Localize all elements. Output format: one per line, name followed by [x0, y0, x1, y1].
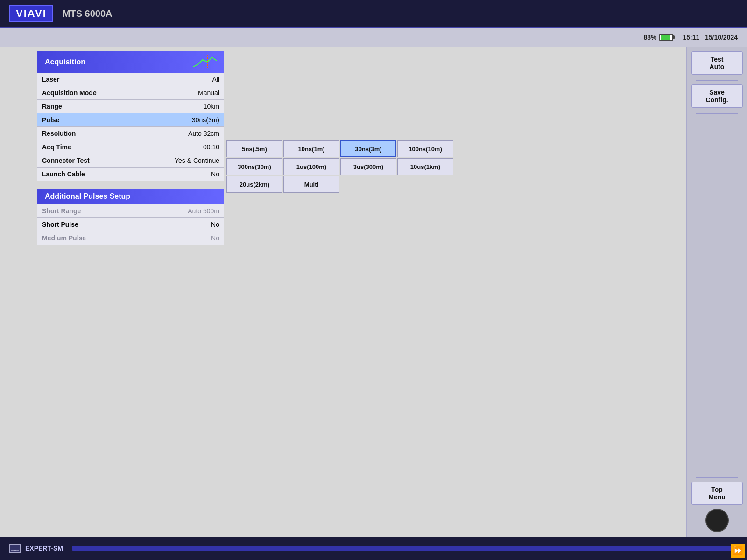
pulse-option-empty-2: [397, 176, 453, 193]
battery-icon: [659, 34, 673, 41]
resolution-row: Resolution Auto 32cm: [37, 127, 224, 140]
pulse-option-20us[interactable]: 20us(2km): [226, 176, 282, 193]
acquisition-mode-value: Manual: [138, 86, 224, 100]
launch-cable-row[interactable]: Launch Cable No: [37, 168, 224, 181]
medium-pulse-label: Medium Pulse: [37, 231, 143, 245]
top-menu-line2: Menu: [694, 493, 740, 501]
acquisition-header: Acquisition: [37, 51, 224, 73]
pulse-value: 30ns(3m): [138, 113, 224, 127]
pulse-option-5ns[interactable]: 5ns(.5m): [226, 140, 282, 157]
resolution-value: Auto 32cm: [138, 127, 224, 140]
bottom-label: EXPERT-SM: [25, 545, 63, 552]
pulse-option-10ns[interactable]: 10ns(1m): [283, 140, 339, 157]
battery-fill: [661, 35, 670, 40]
additional-pulses-header: Additional Pulses Setup: [37, 189, 224, 204]
top-bar: VIAVI MTS 6000A: [0, 0, 747, 28]
resolution-label: Resolution: [37, 127, 138, 140]
logo: VIAVI: [9, 5, 53, 22]
content-panel: Acquisition Laser All Acquisition Mode M…: [37, 51, 682, 532]
short-pulse-value: No: [143, 218, 224, 231]
save-config-button[interactable]: Save Config.: [691, 84, 743, 108]
save-config-line1: Save: [694, 89, 740, 96]
battery-nub: [673, 35, 675, 39]
pulse-option-300ns[interactable]: 300ns(30m): [226, 158, 282, 175]
device-name: MTS 6000A: [63, 8, 113, 19]
pulse-options-grid: 5ns(.5m) 10ns(1m) 30ns(3m) 100ns(10m) 30…: [226, 140, 453, 210]
top-menu-line1: Top: [694, 486, 740, 493]
range-value: 10km: [138, 100, 224, 113]
datetime: 15:11 15/10/2024: [683, 34, 738, 41]
bottom-icon: [9, 544, 21, 553]
launch-cable-value: No: [138, 168, 224, 181]
connector-test-row[interactable]: Connector Test Yes & Continue: [37, 154, 224, 168]
acq-time-value: 00:10: [138, 140, 224, 154]
sidebar-divider-1: [696, 80, 738, 81]
pulse-option-3us[interactable]: 3us(300m): [340, 158, 396, 175]
range-row: Range 10km: [37, 100, 224, 113]
svg-rect-1: [11, 546, 19, 550]
laser-row: Laser All: [37, 73, 224, 86]
range-label: Range: [37, 100, 138, 113]
top-menu-circle[interactable]: [705, 509, 729, 532]
test-auto-line1: Test: [694, 56, 740, 63]
short-range-label: Short Range: [37, 204, 143, 218]
pulse-option-10us[interactable]: 10us(1km): [397, 158, 453, 175]
pulse-section: Laser All Acquisition Mode Manual Range …: [37, 73, 682, 181]
acquisition-mode-label: Acquisition Mode: [37, 86, 138, 100]
sidebar-divider-2: [696, 113, 738, 114]
acquisition-mode-row: Acquisition Mode Manual: [37, 86, 224, 100]
pulse-option-30ns[interactable]: 30ns(3m): [340, 140, 396, 157]
status-bar: 88% 15:11 15/10/2024: [0, 28, 747, 47]
bottom-progress: [72, 546, 738, 551]
sidebar-divider-3: [696, 477, 738, 478]
additional-pulses-title: Additional Pulses Setup: [45, 192, 130, 200]
top-menu-button[interactable]: Top Menu: [691, 482, 743, 505]
settings-table: Laser All Acquisition Mode Manual Range …: [37, 73, 224, 181]
short-pulse-row[interactable]: Short Pulse No: [37, 218, 224, 231]
pulse-option-empty-1: [340, 176, 396, 193]
test-auto-button[interactable]: Test Auto: [691, 51, 743, 75]
battery-indicator: 88%: [643, 34, 673, 41]
pulse-option-1us[interactable]: 1us(100m): [283, 158, 339, 175]
connector-test-label: Connector Test: [37, 154, 138, 168]
launch-cable-label: Launch Cable: [37, 168, 138, 181]
laser-value: All: [138, 73, 224, 86]
time-label: 15:11: [683, 34, 699, 41]
save-config-line2: Config.: [694, 96, 740, 104]
battery-pct-label: 88%: [643, 34, 656, 41]
bottom-bar: EXPERT-SM: [0, 537, 747, 560]
svg-rect-2: [14, 550, 16, 551]
short-pulse-label: Short Pulse: [37, 218, 143, 231]
right-sidebar: Test Auto Save Config. Top Menu: [686, 47, 747, 537]
short-range-value: Auto 500m: [143, 204, 224, 218]
main-area: 88% 15:11 15/10/2024 Test Auto Save Conf…: [0, 28, 747, 560]
additional-pulses-table: Short Range Auto 500m Short Pulse No Med…: [37, 204, 224, 245]
screen-icon: [11, 546, 19, 551]
laser-label: Laser: [37, 73, 138, 86]
pulse-option-multi[interactable]: Multi: [283, 176, 339, 193]
test-auto-line2: Auto: [694, 63, 740, 70]
acq-time-row[interactable]: Acq Time 00:10: [37, 140, 224, 154]
pulse-label: Pulse: [37, 113, 138, 127]
short-range-row: Short Range Auto 500m: [37, 204, 224, 218]
acquisition-title: Acquisition: [45, 58, 85, 66]
acq-time-label: Acq Time: [37, 140, 138, 154]
pulse-row[interactable]: Pulse 30ns(3m): [37, 113, 224, 127]
medium-pulse-value: No: [143, 231, 224, 245]
nav-arrow[interactable]: ⏩: [731, 544, 745, 558]
chart-icon: [193, 55, 217, 69]
pulse-option-100ns[interactable]: 100ns(10m): [397, 140, 453, 157]
connector-test-value: Yes & Continue: [138, 154, 224, 168]
date-label: 15/10/2024: [705, 34, 738, 41]
medium-pulse-row: Medium Pulse No: [37, 231, 224, 245]
